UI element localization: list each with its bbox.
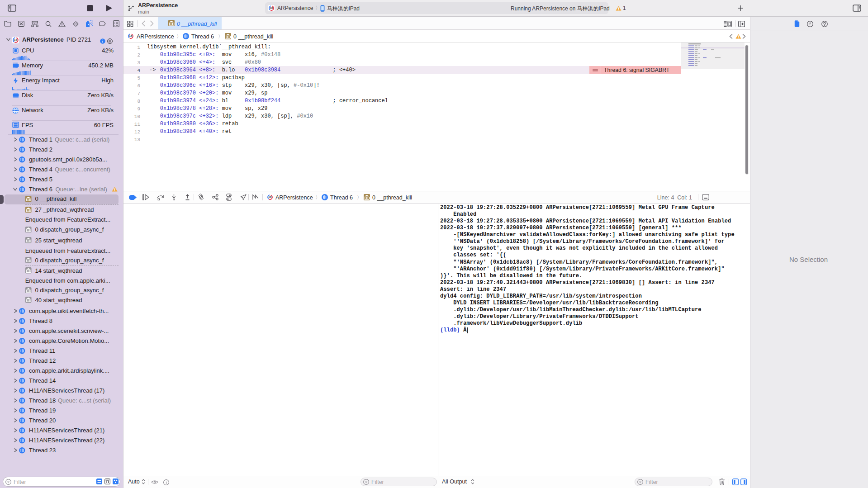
svg-text:AR: AR	[129, 35, 133, 38]
svg-text:AR: AR	[268, 196, 272, 199]
svg-text:AR: AR	[14, 39, 17, 42]
svg-text:AR: AR	[270, 7, 273, 9]
